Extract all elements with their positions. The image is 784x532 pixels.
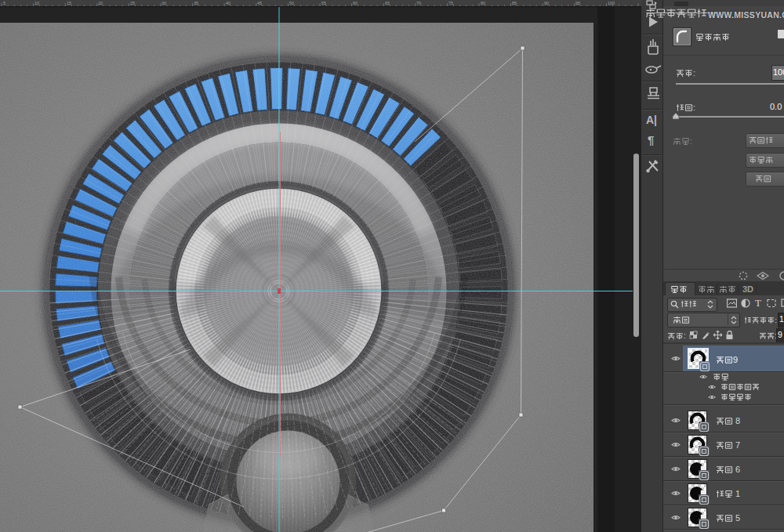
svg-text::: : [693, 103, 695, 112]
svg-text:10: 10 [34, 1, 39, 5]
svg-text::: : [693, 68, 695, 78]
svg-text:100: 100 [773, 67, 784, 77]
svg-text:70: 70 [416, 1, 421, 5]
svg-text:45: 45 [257, 1, 262, 5]
svg-text:1: 1 [779, 314, 784, 324]
svg-text:40: 40 [226, 1, 230, 5]
svg-text:0.0: 0.0 [770, 102, 782, 111]
svg-text:65: 65 [385, 1, 390, 5]
svg-text:9: 9 [733, 355, 738, 364]
svg-text::: : [684, 331, 686, 340]
svg-text:15: 15 [67, 1, 71, 5]
svg-text:8: 8 [733, 416, 740, 425]
svg-text:100: 100 [608, 1, 615, 5]
svg-text:90: 90 [544, 1, 549, 5]
svg-text:35: 35 [194, 1, 198, 5]
svg-text:5: 5 [3, 1, 5, 5]
svg-text:9: 9 [778, 330, 782, 339]
svg-text:6: 6 [733, 465, 740, 474]
svg-text:1: 1 [733, 489, 740, 498]
svg-text:30: 30 [162, 1, 166, 5]
svg-text:7: 7 [733, 440, 740, 450]
svg-text:95: 95 [575, 1, 580, 5]
svg-text:80: 80 [481, 1, 485, 5]
svg-text:5: 5 [733, 513, 740, 523]
svg-text:20: 20 [98, 1, 103, 5]
svg-text:60: 60 [353, 1, 358, 5]
svg-text:50: 50 [289, 1, 294, 5]
svg-text:25: 25 [130, 1, 135, 5]
svg-text::: : [690, 136, 692, 146]
svg-text::: : [775, 316, 777, 324]
svg-text:3D: 3D [742, 284, 753, 294]
svg-text:55: 55 [321, 1, 326, 5]
svg-text:75: 75 [448, 1, 453, 5]
svg-text:85: 85 [512, 1, 517, 5]
